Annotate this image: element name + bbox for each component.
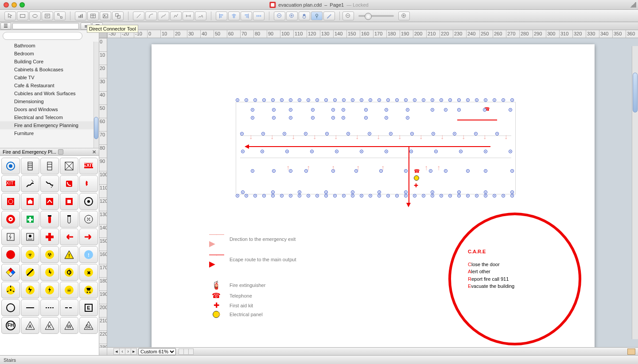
selection-handle[interactable] bbox=[360, 150, 363, 153]
connector-tool-button[interactable] bbox=[54, 12, 66, 20]
selection-handle[interactable] bbox=[404, 169, 408, 173]
direction-arrow-icon[interactable]: ↓ bbox=[270, 133, 274, 141]
stencil-nfpa-diamond[interactable] bbox=[1, 264, 20, 281]
stencil-shock[interactable] bbox=[21, 282, 39, 298]
selection-handle[interactable] bbox=[245, 194, 248, 197]
selection-handle[interactable] bbox=[457, 190, 461, 194]
selection-handle[interactable] bbox=[307, 194, 310, 197]
stencil-warning[interactable]: ! bbox=[60, 246, 78, 263]
selection-handle[interactable] bbox=[262, 194, 266, 197]
freehand-tool-button[interactable] bbox=[195, 12, 206, 20]
polyline-tool-button[interactable] bbox=[170, 12, 182, 20]
selection-handle[interactable] bbox=[364, 108, 368, 112]
selection-handle[interactable] bbox=[404, 98, 408, 102]
stencil-first-aid-cross[interactable] bbox=[40, 228, 59, 245]
selection-handle[interactable] bbox=[413, 194, 416, 197]
zoom-out-button[interactable] bbox=[274, 12, 285, 20]
selection-handle[interactable] bbox=[272, 108, 276, 112]
library-item[interactable]: Cabinets & Bookcases bbox=[0, 66, 99, 74]
stencil-no-exit[interactable] bbox=[60, 158, 78, 174]
direction-arrow-icon[interactable]: ↑ bbox=[424, 164, 428, 172]
zoom-icon[interactable] bbox=[19, 2, 25, 8]
selection-handle[interactable] bbox=[304, 132, 307, 136]
stencil-fire-point[interactable] bbox=[1, 246, 20, 263]
direction-arrow-icon[interactable]: ↓ bbox=[292, 133, 295, 141]
selection-handle[interactable] bbox=[342, 194, 346, 197]
selection-handle[interactable] bbox=[509, 108, 512, 112]
selection-handle[interactable] bbox=[342, 98, 346, 102]
stencil-fire-extinguisher-2[interactable] bbox=[60, 211, 78, 228]
stencil-roof-access[interactable] bbox=[40, 193, 59, 210]
zoom-plus-button[interactable] bbox=[398, 12, 410, 20]
library-item[interactable]: Furniture bbox=[0, 129, 99, 137]
stencil-electrical[interactable] bbox=[40, 282, 59, 298]
selection-handle[interactable] bbox=[475, 98, 478, 102]
selection-handle[interactable] bbox=[448, 194, 452, 197]
stencil-fh[interactable]: FH bbox=[1, 317, 20, 334]
direction-arrow-icon[interactable]: ↓ bbox=[483, 133, 486, 141]
stencil-corrosive[interactable] bbox=[79, 282, 98, 298]
selection-handle[interactable] bbox=[307, 98, 310, 102]
selection-handle[interactable] bbox=[315, 194, 319, 197]
direction-arrow-icon[interactable]: ↓ bbox=[249, 133, 253, 141]
selection-handle[interactable] bbox=[324, 194, 328, 197]
selection-handle[interactable] bbox=[289, 108, 292, 112]
direction-arrow-icon[interactable]: ↓ bbox=[355, 133, 359, 141]
stencil-dash-3[interactable] bbox=[60, 299, 78, 316]
selection-handle[interactable] bbox=[271, 190, 275, 194]
zoom-in-button[interactable] bbox=[286, 12, 298, 20]
stencil-oxidizer[interactable] bbox=[60, 264, 78, 281]
close-panel-icon[interactable]: ✕ bbox=[92, 149, 96, 155]
stencil-exit-sign[interactable]: EXIT bbox=[79, 158, 98, 174]
stencil-stairs-down[interactable] bbox=[40, 175, 59, 192]
selection-handle[interactable] bbox=[431, 190, 434, 194]
direction-arrow-icon[interactable]: ↑ bbox=[286, 164, 290, 172]
library-list[interactable]: BathroomBedroomBuilding CoreCabinets & B… bbox=[0, 42, 99, 148]
line-tool-button[interactable] bbox=[133, 12, 144, 20]
chart-tool-button[interactable] bbox=[75, 12, 86, 20]
selection-handle[interactable] bbox=[351, 194, 354, 197]
selection-handle[interactable] bbox=[444, 169, 447, 173]
selection-handle[interactable] bbox=[236, 194, 239, 197]
text-tool-button[interactable] bbox=[42, 12, 53, 20]
selection-handle[interactable] bbox=[432, 132, 435, 136]
stencil-arrow-left[interactable] bbox=[60, 228, 78, 245]
direction-arrow-icon[interactable]: ↑ bbox=[437, 164, 440, 172]
selection-handle[interactable] bbox=[251, 116, 254, 120]
stencil-ladder-1[interactable] bbox=[21, 158, 39, 174]
selection-handle[interactable] bbox=[475, 194, 478, 197]
selection-handle[interactable] bbox=[369, 194, 372, 197]
library-item[interactable]: Electrical and Telecom bbox=[0, 113, 99, 121]
selection-handle[interactable] bbox=[324, 98, 328, 102]
selection-handle[interactable] bbox=[289, 194, 292, 197]
selection-handle[interactable] bbox=[385, 116, 388, 120]
selection-handle[interactable] bbox=[484, 194, 487, 197]
stencil-radioactive[interactable]: ☢ bbox=[40, 246, 59, 263]
library-scrollbar[interactable] bbox=[93, 42, 99, 148]
selection-handle[interactable] bbox=[493, 98, 496, 102]
selection-handle[interactable] bbox=[377, 98, 381, 102]
selection-handle[interactable] bbox=[240, 132, 244, 136]
table-tool-button[interactable] bbox=[87, 12, 99, 20]
selection-handle[interactable] bbox=[368, 132, 371, 136]
selection-handle[interactable] bbox=[289, 116, 292, 120]
pointer-tool-button[interactable] bbox=[4, 12, 16, 20]
curve-tool-button[interactable] bbox=[158, 12, 169, 20]
selection-handle[interactable] bbox=[241, 190, 245, 194]
stencil-fire-alarm[interactable] bbox=[1, 158, 20, 174]
selection-handle[interactable] bbox=[360, 98, 363, 102]
selection-handle[interactable] bbox=[331, 108, 335, 112]
selection-handle[interactable] bbox=[431, 98, 434, 102]
selection-handle[interactable] bbox=[466, 169, 470, 173]
stencil-fan[interactable] bbox=[79, 211, 98, 228]
selection-handle[interactable] bbox=[406, 116, 409, 120]
selection-handle[interactable] bbox=[280, 194, 284, 197]
selection-handle[interactable] bbox=[434, 150, 438, 153]
selection-handle[interactable] bbox=[261, 150, 264, 153]
library-item[interactable]: Building Core bbox=[0, 58, 99, 66]
stencil-skull[interactable]: ☠ bbox=[60, 282, 78, 298]
tree-view-button[interactable]: ☰ bbox=[0, 23, 11, 30]
group-tool-button[interactable] bbox=[112, 12, 124, 20]
ellipse-tool-button[interactable] bbox=[29, 12, 41, 20]
direction-arrow-icon[interactable]: ↓ bbox=[440, 133, 444, 141]
